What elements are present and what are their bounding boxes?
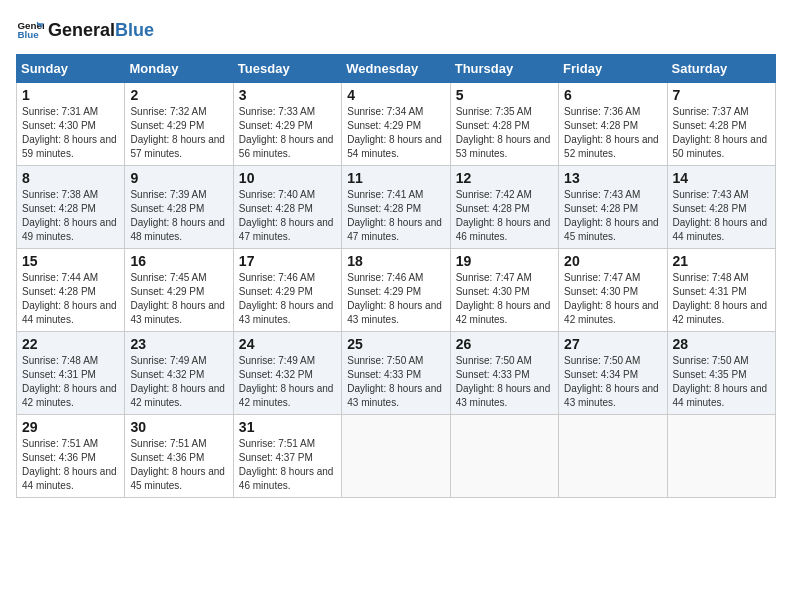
- calendar-cell: 6Sunrise: 7:36 AMSunset: 4:28 PMDaylight…: [559, 83, 667, 166]
- weekday-header: Saturday: [667, 55, 775, 83]
- weekday-header: Tuesday: [233, 55, 341, 83]
- day-info: Sunrise: 7:39 AMSunset: 4:28 PMDaylight:…: [130, 188, 227, 244]
- day-info: Sunrise: 7:47 AMSunset: 4:30 PMDaylight:…: [564, 271, 661, 327]
- day-number: 10: [239, 170, 336, 186]
- day-number: 7: [673, 87, 770, 103]
- calendar-cell: 17Sunrise: 7:46 AMSunset: 4:29 PMDayligh…: [233, 249, 341, 332]
- day-number: 2: [130, 87, 227, 103]
- day-info: Sunrise: 7:37 AMSunset: 4:28 PMDaylight:…: [673, 105, 770, 161]
- calendar-cell: 26Sunrise: 7:50 AMSunset: 4:33 PMDayligh…: [450, 332, 558, 415]
- logo-icon: General Blue: [16, 16, 44, 44]
- day-number: 26: [456, 336, 553, 352]
- day-number: 12: [456, 170, 553, 186]
- calendar-cell: 7Sunrise: 7:37 AMSunset: 4:28 PMDaylight…: [667, 83, 775, 166]
- logo-general: General: [48, 20, 115, 41]
- calendar-cell: 15Sunrise: 7:44 AMSunset: 4:28 PMDayligh…: [17, 249, 125, 332]
- calendar-cell: [450, 415, 558, 498]
- day-info: Sunrise: 7:50 AMSunset: 4:34 PMDaylight:…: [564, 354, 661, 410]
- weekday-header: Monday: [125, 55, 233, 83]
- calendar-cell: 28Sunrise: 7:50 AMSunset: 4:35 PMDayligh…: [667, 332, 775, 415]
- day-number: 22: [22, 336, 119, 352]
- calendar-cell: 1Sunrise: 7:31 AMSunset: 4:30 PMDaylight…: [17, 83, 125, 166]
- calendar-cell: 25Sunrise: 7:50 AMSunset: 4:33 PMDayligh…: [342, 332, 450, 415]
- svg-text:Blue: Blue: [17, 29, 39, 40]
- day-info: Sunrise: 7:41 AMSunset: 4:28 PMDaylight:…: [347, 188, 444, 244]
- day-info: Sunrise: 7:51 AMSunset: 4:36 PMDaylight:…: [130, 437, 227, 493]
- day-number: 9: [130, 170, 227, 186]
- weekday-header: Sunday: [17, 55, 125, 83]
- day-number: 23: [130, 336, 227, 352]
- day-number: 8: [22, 170, 119, 186]
- day-number: 11: [347, 170, 444, 186]
- day-info: Sunrise: 7:38 AMSunset: 4:28 PMDaylight:…: [22, 188, 119, 244]
- day-number: 29: [22, 419, 119, 435]
- day-info: Sunrise: 7:50 AMSunset: 4:33 PMDaylight:…: [347, 354, 444, 410]
- day-info: Sunrise: 7:50 AMSunset: 4:33 PMDaylight:…: [456, 354, 553, 410]
- calendar-cell: 3Sunrise: 7:33 AMSunset: 4:29 PMDaylight…: [233, 83, 341, 166]
- calendar-cell: 22Sunrise: 7:48 AMSunset: 4:31 PMDayligh…: [17, 332, 125, 415]
- calendar-cell: [342, 415, 450, 498]
- day-number: 3: [239, 87, 336, 103]
- day-number: 28: [673, 336, 770, 352]
- calendar-week-row: 29Sunrise: 7:51 AMSunset: 4:36 PMDayligh…: [17, 415, 776, 498]
- calendar-week-row: 22Sunrise: 7:48 AMSunset: 4:31 PMDayligh…: [17, 332, 776, 415]
- day-number: 31: [239, 419, 336, 435]
- day-number: 27: [564, 336, 661, 352]
- calendar-cell: 29Sunrise: 7:51 AMSunset: 4:36 PMDayligh…: [17, 415, 125, 498]
- day-number: 15: [22, 253, 119, 269]
- day-info: Sunrise: 7:43 AMSunset: 4:28 PMDaylight:…: [673, 188, 770, 244]
- day-number: 21: [673, 253, 770, 269]
- day-info: Sunrise: 7:33 AMSunset: 4:29 PMDaylight:…: [239, 105, 336, 161]
- calendar-header-row: SundayMondayTuesdayWednesdayThursdayFrid…: [17, 55, 776, 83]
- calendar-cell: 5Sunrise: 7:35 AMSunset: 4:28 PMDaylight…: [450, 83, 558, 166]
- day-info: Sunrise: 7:46 AMSunset: 4:29 PMDaylight:…: [239, 271, 336, 327]
- day-number: 20: [564, 253, 661, 269]
- day-number: 30: [130, 419, 227, 435]
- day-info: Sunrise: 7:51 AMSunset: 4:37 PMDaylight:…: [239, 437, 336, 493]
- day-info: Sunrise: 7:49 AMSunset: 4:32 PMDaylight:…: [130, 354, 227, 410]
- day-info: Sunrise: 7:48 AMSunset: 4:31 PMDaylight:…: [22, 354, 119, 410]
- day-info: Sunrise: 7:42 AMSunset: 4:28 PMDaylight:…: [456, 188, 553, 244]
- calendar-cell: 11Sunrise: 7:41 AMSunset: 4:28 PMDayligh…: [342, 166, 450, 249]
- day-number: 1: [22, 87, 119, 103]
- weekday-header: Thursday: [450, 55, 558, 83]
- day-number: 17: [239, 253, 336, 269]
- calendar-cell: 10Sunrise: 7:40 AMSunset: 4:28 PMDayligh…: [233, 166, 341, 249]
- day-info: Sunrise: 7:35 AMSunset: 4:28 PMDaylight:…: [456, 105, 553, 161]
- calendar-cell: 16Sunrise: 7:45 AMSunset: 4:29 PMDayligh…: [125, 249, 233, 332]
- day-number: 6: [564, 87, 661, 103]
- day-number: 25: [347, 336, 444, 352]
- calendar-cell: 9Sunrise: 7:39 AMSunset: 4:28 PMDaylight…: [125, 166, 233, 249]
- calendar-cell: 20Sunrise: 7:47 AMSunset: 4:30 PMDayligh…: [559, 249, 667, 332]
- calendar-cell: 19Sunrise: 7:47 AMSunset: 4:30 PMDayligh…: [450, 249, 558, 332]
- page-header: General Blue General Blue: [16, 16, 776, 44]
- day-info: Sunrise: 7:50 AMSunset: 4:35 PMDaylight:…: [673, 354, 770, 410]
- calendar-cell: 14Sunrise: 7:43 AMSunset: 4:28 PMDayligh…: [667, 166, 775, 249]
- calendar-cell: 2Sunrise: 7:32 AMSunset: 4:29 PMDaylight…: [125, 83, 233, 166]
- day-info: Sunrise: 7:48 AMSunset: 4:31 PMDaylight:…: [673, 271, 770, 327]
- calendar-cell: 24Sunrise: 7:49 AMSunset: 4:32 PMDayligh…: [233, 332, 341, 415]
- day-info: Sunrise: 7:34 AMSunset: 4:29 PMDaylight:…: [347, 105, 444, 161]
- day-number: 14: [673, 170, 770, 186]
- calendar-cell: 12Sunrise: 7:42 AMSunset: 4:28 PMDayligh…: [450, 166, 558, 249]
- calendar-cell: 30Sunrise: 7:51 AMSunset: 4:36 PMDayligh…: [125, 415, 233, 498]
- day-info: Sunrise: 7:32 AMSunset: 4:29 PMDaylight:…: [130, 105, 227, 161]
- day-info: Sunrise: 7:47 AMSunset: 4:30 PMDaylight:…: [456, 271, 553, 327]
- day-info: Sunrise: 7:51 AMSunset: 4:36 PMDaylight:…: [22, 437, 119, 493]
- calendar-week-row: 15Sunrise: 7:44 AMSunset: 4:28 PMDayligh…: [17, 249, 776, 332]
- calendar-table: SundayMondayTuesdayWednesdayThursdayFrid…: [16, 54, 776, 498]
- day-info: Sunrise: 7:31 AMSunset: 4:30 PMDaylight:…: [22, 105, 119, 161]
- calendar-cell: 4Sunrise: 7:34 AMSunset: 4:29 PMDaylight…: [342, 83, 450, 166]
- calendar-cell: 21Sunrise: 7:48 AMSunset: 4:31 PMDayligh…: [667, 249, 775, 332]
- logo-blue: Blue: [115, 20, 154, 41]
- day-number: 16: [130, 253, 227, 269]
- calendar-cell: 31Sunrise: 7:51 AMSunset: 4:37 PMDayligh…: [233, 415, 341, 498]
- calendar-cell: 23Sunrise: 7:49 AMSunset: 4:32 PMDayligh…: [125, 332, 233, 415]
- calendar-cell: 8Sunrise: 7:38 AMSunset: 4:28 PMDaylight…: [17, 166, 125, 249]
- calendar-cell: [559, 415, 667, 498]
- day-number: 4: [347, 87, 444, 103]
- calendar-week-row: 8Sunrise: 7:38 AMSunset: 4:28 PMDaylight…: [17, 166, 776, 249]
- day-info: Sunrise: 7:43 AMSunset: 4:28 PMDaylight:…: [564, 188, 661, 244]
- weekday-header: Wednesday: [342, 55, 450, 83]
- calendar-cell: 27Sunrise: 7:50 AMSunset: 4:34 PMDayligh…: [559, 332, 667, 415]
